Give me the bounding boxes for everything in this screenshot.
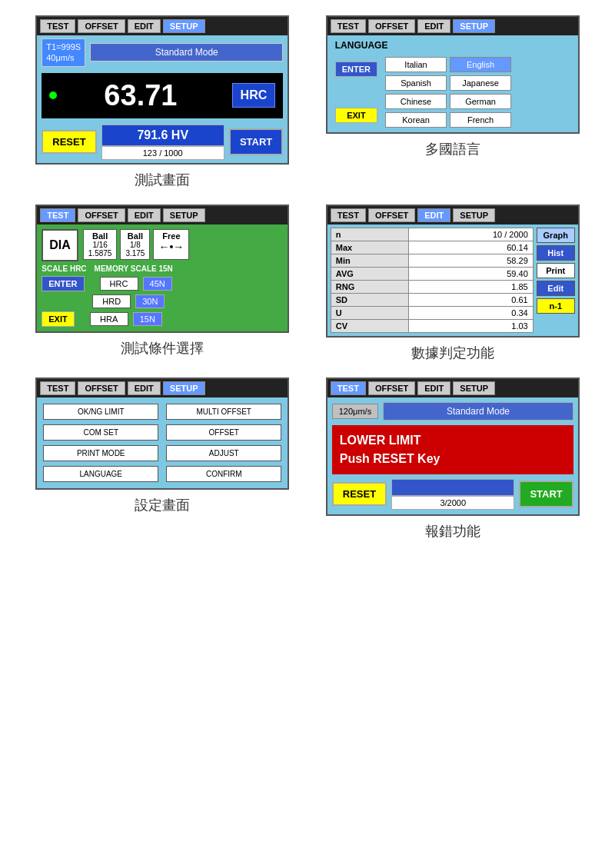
table-row: RNG 1.85: [331, 280, 533, 293]
lang-english[interactable]: English: [450, 57, 511, 72]
panel6-nav: TEST OFFSET EDIT SETUP: [327, 379, 578, 397]
stat-value-cv: 1.03: [408, 319, 533, 332]
stat-label-rng: RNG: [331, 280, 408, 293]
p3-ball2-header: Ball: [125, 231, 145, 241]
p3-hrd-row: HRD 30N: [42, 294, 283, 308]
panel6-wrap: TEST OFFSET EDIT SETUP 120μm/s Standard …: [314, 377, 593, 540]
p5-adjust-button[interactable]: ADJUST: [166, 445, 281, 461]
p6-alert-line1: LOWER LIMIT: [340, 431, 566, 450]
p1-hv-value: 791.6 HV: [101, 125, 224, 146]
stat-label-min: Min: [331, 254, 408, 267]
p5-print-mode-button[interactable]: PRINT MODE: [43, 445, 158, 461]
p1-mode: Standard Mode: [90, 43, 283, 62]
p2-exit-button[interactable]: EXIT: [335, 108, 377, 123]
p6-start-button[interactable]: START: [519, 481, 573, 507]
lang-spanish[interactable]: Spanish: [385, 75, 447, 91]
stat-label-max: Max: [331, 241, 408, 254]
p1-nav-setup[interactable]: SETUP: [163, 19, 205, 33]
p4-graph-button[interactable]: Graph: [537, 228, 575, 243]
p5-multi-offset-button[interactable]: MULTI OFFSET: [166, 404, 281, 420]
p5-nav-test[interactable]: TEST: [40, 381, 75, 395]
p6-speed: 120μm/s: [332, 404, 378, 419]
panel5-caption: 設定畫面: [135, 496, 190, 514]
p1-bottom-row: RESET 791.6 HV 123 / 1000 START: [37, 121, 288, 163]
p2-nav-test[interactable]: TEST: [331, 19, 366, 33]
p4-hist-button[interactable]: Hist: [537, 245, 575, 261]
p3-hrd-dropdown[interactable]: HRD: [92, 294, 131, 308]
p1-nav-test[interactable]: TEST: [40, 19, 75, 33]
stat-label-cv: CV: [331, 319, 408, 332]
stat-label-u: U: [331, 306, 408, 319]
lang-german[interactable]: German: [450, 94, 511, 109]
lang-korean[interactable]: Korean: [385, 112, 447, 128]
lang-french[interactable]: French: [450, 112, 511, 128]
p6-nav-offset[interactable]: OFFSET: [368, 381, 415, 395]
p5-nav-edit[interactable]: EDIT: [128, 381, 161, 395]
p4-nav-offset[interactable]: OFFSET: [368, 208, 415, 222]
stat-value-sd: 0.61: [408, 293, 533, 306]
p3-opt-ball18[interactable]: Ball 1/8 3.175: [120, 229, 150, 260]
p3-ball1-val: 1.5875: [88, 249, 112, 258]
p3-opt-ball116[interactable]: Ball 1/16 1.5875: [83, 229, 118, 260]
p4-content: n 10 / 2000 Max 60.14 Min 58.29 AVG 59.4…: [327, 224, 578, 336]
p4-n1-button[interactable]: n-1: [537, 298, 575, 314]
p3-hrc-dropdown[interactable]: HRC: [100, 277, 138, 291]
p3-ball2-frac: 1/8: [125, 241, 145, 249]
p5-language-button[interactable]: LANGUAGE: [43, 466, 158, 482]
p3-ball2-val: 3.175: [125, 249, 145, 258]
p3-nav-edit[interactable]: EDIT: [128, 208, 161, 222]
p3-nav-test[interactable]: TEST: [40, 208, 75, 222]
p1-start-button[interactable]: START: [229, 128, 283, 155]
p1-nav-edit[interactable]: EDIT: [128, 19, 161, 33]
p4-print-button[interactable]: Print: [537, 263, 575, 278]
p4-edit-button[interactable]: Edit: [537, 281, 575, 296]
panel6: TEST OFFSET EDIT SETUP 120μm/s Standard …: [326, 377, 580, 516]
p3-opt-free[interactable]: Free ←•→: [153, 229, 189, 260]
p1-reset-button[interactable]: RESET: [42, 130, 96, 154]
p3-exit-button[interactable]: EXIT: [42, 311, 74, 327]
p6-count: 3/2000: [391, 496, 514, 510]
p3-enter-button[interactable]: ENTER: [42, 276, 84, 291]
stat-label-n: n: [331, 228, 408, 241]
panel4: TEST OFFSET EDIT SETUP n 10 / 2000 Max 6…: [326, 205, 580, 338]
lang-japanese[interactable]: Japanese: [450, 75, 511, 91]
table-row: SD 0.61: [331, 293, 533, 306]
p4-nav-setup[interactable]: SETUP: [453, 208, 495, 222]
p3-hra-dropdown[interactable]: HRA: [90, 312, 128, 326]
p5-okng-limit-button[interactable]: OK/NG LIMIT: [43, 404, 158, 420]
p1-nav-offset[interactable]: OFFSET: [78, 19, 125, 33]
lang-chinese[interactable]: Chinese: [385, 94, 447, 109]
table-row: n 10 / 2000: [331, 228, 533, 241]
p3-dia-label: DIA: [42, 229, 78, 261]
p4-nav-edit[interactable]: EDIT: [417, 208, 450, 222]
p1-display: 63.71 HRC: [42, 73, 283, 118]
p5-confirm-button[interactable]: CONFIRM: [166, 466, 281, 482]
p6-nav-setup[interactable]: SETUP: [453, 381, 495, 395]
panel5-wrap: TEST OFFSET EDIT SETUP OK/NG LIMIT MULTI…: [23, 377, 302, 540]
p5-offset-button[interactable]: OFFSET: [166, 424, 281, 441]
p2-nav-edit[interactable]: EDIT: [417, 19, 450, 33]
p6-reset-button[interactable]: RESET: [332, 482, 387, 506]
p4-sidebar: Graph Hist Print Edit n-1: [537, 228, 575, 333]
stat-value-rng: 1.85: [408, 280, 533, 293]
p2-nav-setup[interactable]: SETUP: [453, 19, 495, 33]
p5-nav-offset[interactable]: OFFSET: [78, 381, 125, 395]
p3-options: Ball 1/16 1.5875 Ball 1/8 3.175 Free ←•→: [83, 229, 190, 260]
panel3-caption: 測試條件選擇: [121, 339, 204, 358]
p2-enter-button[interactable]: ENTER: [335, 62, 377, 77]
lang-italian[interactable]: Italian: [385, 57, 447, 72]
p6-progress-bar: [391, 479, 514, 496]
p2-language-title: LANGUAGE: [335, 40, 570, 51]
p6-nav-edit[interactable]: EDIT: [417, 381, 450, 395]
p5-nav-setup[interactable]: SETUP: [163, 381, 205, 395]
p3-nav-setup[interactable]: SETUP: [163, 208, 205, 222]
p5-com-set-button[interactable]: COM SET: [43, 424, 158, 441]
p6-nav-test[interactable]: TEST: [331, 381, 366, 395]
panel6-caption: 報錯功能: [425, 522, 480, 540]
p3-memory-label: MEMORY SCALE 15N: [95, 264, 173, 273]
p3-free-header: Free: [158, 231, 184, 241]
p3-ball1-header: Ball: [88, 231, 112, 241]
p3-nav-offset[interactable]: OFFSET: [78, 208, 125, 222]
p2-nav-offset[interactable]: OFFSET: [368, 19, 415, 33]
p4-nav-test[interactable]: TEST: [331, 208, 366, 222]
